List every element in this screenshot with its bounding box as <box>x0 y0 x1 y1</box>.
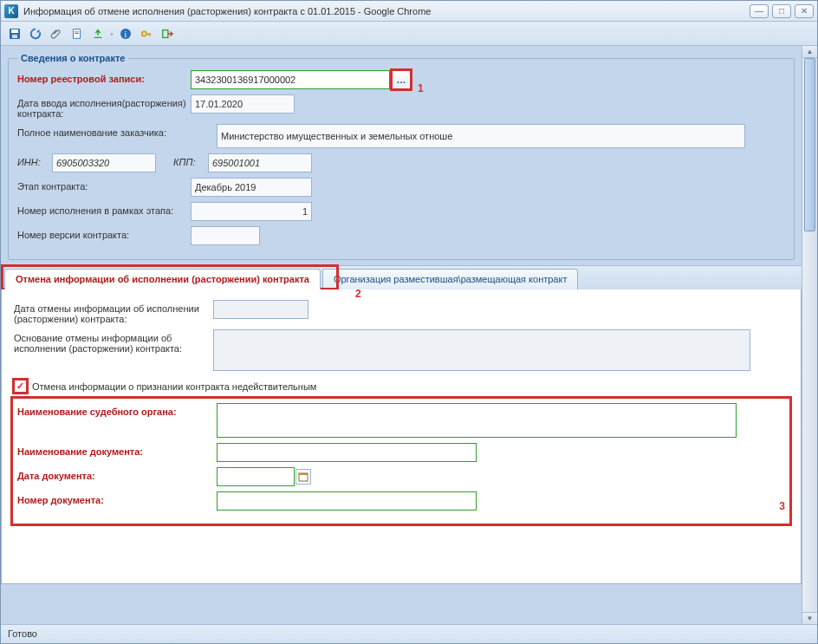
customer-name-label: Полное наименование заказчика: <box>17 124 217 138</box>
contract-version-value <box>191 226 260 245</box>
doc-number-label: Номер документа: <box>17 491 217 505</box>
contract-info-legend: Сведения о контракте <box>17 53 128 63</box>
doc-number-input[interactable] <box>217 491 477 511</box>
doc-date-input[interactable] <box>217 467 295 486</box>
app-icon: K <box>4 4 18 18</box>
registry-lookup-button[interactable]: … <box>392 70 411 89</box>
doc-name-input[interactable] <box>217 443 477 462</box>
doc-date-label: Дата документа: <box>17 467 217 481</box>
scroll-up-arrow[interactable]: ▲ <box>802 46 817 58</box>
svg-rect-2 <box>12 35 17 38</box>
contract-stage-label: Этап контракта: <box>17 178 191 192</box>
toolbar: • i <box>1 22 817 46</box>
invalid-contract-checkbox[interactable]: ✓ <box>14 380 27 393</box>
callout-1: 1 <box>418 82 424 94</box>
attach-icon[interactable] <box>48 25 65 42</box>
export-icon[interactable] <box>89 25 107 42</box>
callout-3: 3 <box>779 500 785 512</box>
tab-body: 2 Дата отмены информации об исполнении (… <box>1 289 802 584</box>
content-area: Сведения о контракте Номер реестровой за… <box>1 46 802 624</box>
document-icon[interactable] <box>68 25 86 42</box>
svg-rect-1 <box>11 29 18 33</box>
window-title: Информация об отмене исполнения (расторж… <box>23 6 750 16</box>
save-icon[interactable] <box>6 25 23 42</box>
vertical-scrollbar[interactable]: ▲ ▼ <box>802 46 817 624</box>
refresh-icon[interactable] <box>27 25 44 42</box>
callout-2: 2 <box>355 288 361 300</box>
status-text: Готово <box>8 628 37 639</box>
cancel-reason-textarea[interactable] <box>213 329 750 371</box>
exec-number-label: Номер исполнения в рамках этапа: <box>17 202 191 216</box>
svg-text:i: i <box>124 29 127 39</box>
cancel-date-label: Дата отмены информации об исполнении (ра… <box>14 300 213 324</box>
cancel-reason-label: Основание отмены информации об исполнени… <box>14 329 213 354</box>
svg-point-8 <box>142 31 146 36</box>
inn-label: ИНН: <box>17 153 52 167</box>
close-button[interactable]: ✕ <box>795 4 814 18</box>
minimize-button[interactable]: — <box>750 4 769 18</box>
registry-number-label: Номер реестровой записи: <box>17 70 191 84</box>
scroll-thumb[interactable] <box>804 58 815 231</box>
scroll-down-arrow[interactable]: ▼ <box>802 612 817 624</box>
exit-icon[interactable] <box>159 25 176 42</box>
input-date-label: Дата ввода исполнения(расторжения) контр… <box>17 94 191 119</box>
registry-number-input[interactable] <box>191 70 390 89</box>
exec-number-value: 1 <box>191 202 312 221</box>
svg-rect-5 <box>75 33 78 34</box>
window-controls: — □ ✕ <box>750 4 814 18</box>
help-icon[interactable]: i <box>117 25 134 42</box>
calendar-icon[interactable] <box>295 469 311 485</box>
svg-rect-9 <box>163 29 168 37</box>
tab-strip: Отмена информации об исполнении (расторж… <box>1 265 802 289</box>
doc-name-label: Наименование документа: <box>17 443 217 457</box>
customer-name-value: Министерство имущественных и земельных о… <box>217 124 745 148</box>
kpp-label: КПП: <box>173 153 208 167</box>
contract-info-group: Сведения о контракте Номер реестровой за… <box>8 53 795 260</box>
svg-rect-11 <box>299 473 308 475</box>
contract-version-label: Номер версии контракта: <box>17 226 191 240</box>
kpp-value <box>208 153 312 172</box>
court-name-textarea[interactable] <box>217 403 737 438</box>
contract-stage-value: Декабрь 2019 <box>191 178 312 197</box>
status-bar: Готово <box>1 624 817 643</box>
key-icon[interactable] <box>138 25 155 42</box>
invalid-contract-checkbox-label: Отмена информации о признании контракта … <box>32 381 316 392</box>
title-bar: K Информация об отмене исполнения (расто… <box>1 1 817 22</box>
inn-value <box>52 153 156 172</box>
svg-rect-4 <box>75 31 78 32</box>
input-date-value: 17.01.2020 <box>191 94 295 114</box>
cancel-date-input[interactable] <box>213 300 308 319</box>
tab-cancel-info[interactable]: Отмена информации об исполнении (расторж… <box>4 269 321 289</box>
maximize-button[interactable]: □ <box>772 4 791 18</box>
tab-organization[interactable]: Организация разместившая\размещающая кон… <box>322 269 579 289</box>
court-name-label: Наименование судебного органа: <box>17 403 217 417</box>
